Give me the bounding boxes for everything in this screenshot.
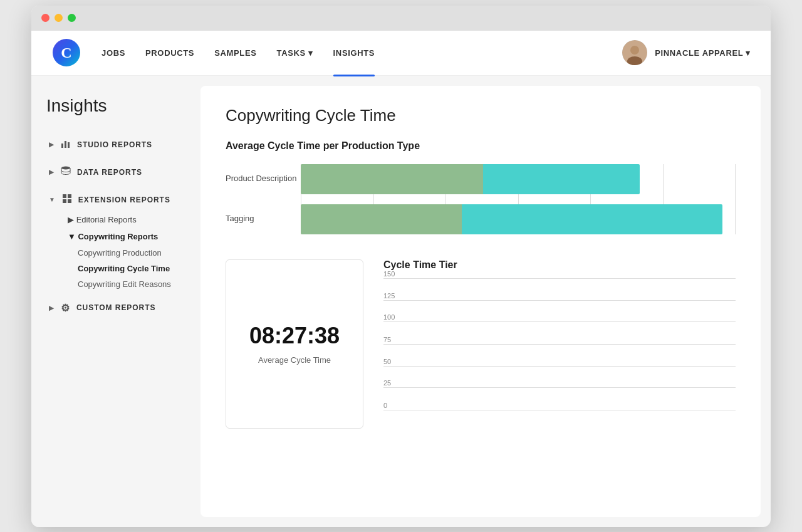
svg-text:C: C [61, 44, 71, 61]
nav-right: PINNACLE APPAREL ▾ [622, 40, 751, 65]
hbar-bars-tagging [301, 204, 736, 234]
close-button[interactable] [41, 14, 49, 22]
hbar-cyan-tagging [462, 204, 722, 234]
hbar-product-description: Product Description [226, 164, 736, 194]
minimize-button[interactable] [55, 14, 63, 22]
studio-reports-arrow: ▶ [49, 141, 55, 148]
sidebar-item-copywriting-cycle-time[interactable]: Copywriting Cycle Time [75, 261, 185, 276]
sidebar-item-copywriting-production[interactable]: Copywriting Production [75, 245, 185, 261]
tasks-chevron-icon: ▾ [308, 48, 313, 58]
gear-icon: ⚙ [61, 302, 70, 314]
sidebar-item-extension-reports[interactable]: ▼ EXTENSION REPORTS [46, 189, 185, 211]
svg-point-8 [61, 166, 70, 169]
sidebar-item-data-reports[interactable]: ▶ DATA REPORTS [46, 161, 185, 184]
avg-cycle-chart: Average Cycle Time per Production Type [226, 140, 736, 234]
hbar-green-product [301, 164, 483, 194]
hbar-cyan-product [483, 164, 640, 194]
sidebar-section-data: ▶ DATA REPORTS [46, 161, 185, 184]
copywriting-sub-items: Copywriting Production Copywriting Cycle… [65, 245, 185, 292]
hbar-tagging: Tagging [226, 204, 736, 234]
avg-time-box: 08:27:38 Average Cycle Time [226, 259, 363, 429]
avg-time-value: 08:27:38 [249, 323, 340, 349]
hbar-label-product: Product Description [226, 173, 301, 184]
sidebar-section-studio: ▶ STUDIO REPORTS [46, 133, 185, 156]
sidebar-item-studio-reports[interactable]: ▶ STUDIO REPORTS [46, 133, 185, 156]
grid-icon [62, 194, 72, 206]
sidebar-section-custom: ▶ ⚙ CUSTOM REPORTS [46, 297, 185, 319]
app-window: C JOBS PRODUCTS SAMPLES TASKS ▾ INSIGHTS [31, 6, 771, 527]
svg-rect-10 [68, 194, 71, 198]
company-chevron-icon: ▾ [746, 48, 751, 58]
sidebar: Insights ▶ STUDIO REPORTS [31, 76, 200, 527]
bottom-section: 08:27:38 Average Cycle Time Cycle Time T… [226, 259, 736, 429]
nav-jobs[interactable]: JOBS [102, 46, 125, 60]
bar-chart-icon [61, 138, 71, 151]
main-layout: Insights ▶ STUDIO REPORTS [31, 76, 771, 527]
data-reports-arrow: ▶ [49, 169, 55, 175]
editorial-reports-arrow: ▶ [68, 215, 76, 224]
custom-reports-arrow: ▶ [49, 305, 55, 311]
svg-rect-11 [63, 199, 66, 203]
svg-rect-7 [68, 142, 70, 148]
title-bar [31, 6, 771, 31]
svg-rect-12 [68, 199, 71, 203]
nav-samples[interactable]: SAMPLES [214, 46, 256, 60]
page-title: Copywriting Cycle Time [226, 106, 736, 125]
nav-links: JOBS PRODUCTS SAMPLES TASKS ▾ INSIGHTS [102, 46, 622, 60]
svg-rect-6 [65, 141, 66, 148]
avatar[interactable] [622, 40, 647, 65]
avg-time-label: Average Cycle Time [258, 355, 331, 365]
avg-chart-title: Average Cycle Time per Production Type [226, 140, 736, 152]
svg-point-3 [630, 46, 639, 55]
sidebar-section-extension: ▼ EXTENSION REPORTS ▶ Editor [46, 189, 185, 292]
v-chart: 150 125 100 75 5 [383, 278, 736, 429]
nav-insights[interactable]: INSIGHTS [333, 46, 375, 60]
extension-sub-items: ▶ Editorial Reports ▼ Copywriting Report… [46, 211, 185, 292]
nav-tasks[interactable]: TASKS ▾ [277, 46, 313, 60]
copywriting-reports-arrow: ▼ [68, 232, 78, 241]
sidebar-item-copywriting-reports[interactable]: ▼ Copywriting Reports [65, 228, 185, 245]
sidebar-item-editorial-reports[interactable]: ▶ Editorial Reports [65, 211, 185, 228]
hbar-bars-product [301, 164, 736, 194]
nav-products[interactable]: PRODUCTS [145, 46, 194, 60]
maximize-button[interactable] [68, 14, 76, 22]
svg-rect-5 [61, 143, 63, 148]
hbar-green-tagging [301, 204, 462, 234]
company-name[interactable]: PINNACLE APPAREL ▾ [655, 48, 751, 58]
hbar-label-tagging: Tagging [226, 213, 301, 224]
logo[interactable]: C [51, 38, 81, 68]
sidebar-item-copywriting-edit-reasons[interactable]: Copywriting Edit Reasons [75, 276, 185, 292]
stack-icon [61, 166, 71, 179]
content-area: Copywriting Cycle Time Average Cycle Tim… [200, 86, 761, 517]
sidebar-title: Insights [46, 96, 185, 116]
extension-reports-arrow: ▼ [49, 196, 56, 203]
cycle-tier-title: Cycle Time Tier [383, 259, 736, 271]
sidebar-item-custom-reports[interactable]: ▶ ⚙ CUSTOM REPORTS [46, 297, 185, 319]
svg-rect-9 [63, 194, 66, 198]
navigation: C JOBS PRODUCTS SAMPLES TASKS ▾ INSIGHTS [31, 31, 771, 76]
cycle-tier-chart: Cycle Time Tier 150 125 100 [383, 259, 736, 429]
